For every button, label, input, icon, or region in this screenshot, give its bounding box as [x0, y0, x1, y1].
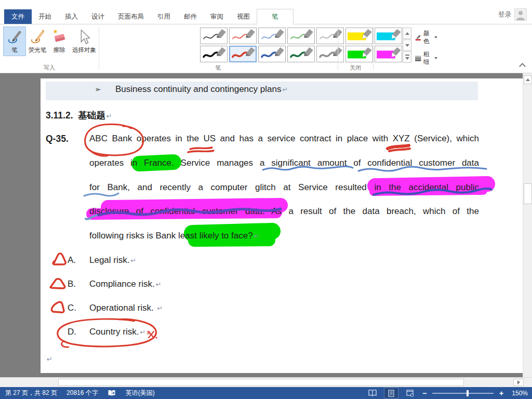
proofing-errors-icon[interactable] [108, 390, 116, 397]
scroll-up-button[interactable] [524, 75, 532, 84]
group-close: ✕ 停止 墨迹书写 关闭 [338, 24, 373, 73]
ink-color-icon [415, 33, 421, 42]
question-line-4: disclosure of confidential customer data… [89, 206, 479, 217]
option-b: B.Compliance risk.↵ [68, 279, 162, 289]
highlighter-icon [30, 29, 45, 45]
print-layout-button[interactable] [384, 388, 398, 398]
tab-mailings[interactable]: 邮件 [177, 9, 204, 24]
tab-references[interactable]: 引用 [151, 9, 177, 24]
tab-home[interactable]: 开始 [32, 9, 58, 24]
ink-color-label: 颜色 [423, 30, 432, 45]
sign-in[interactable]: 登录 [498, 8, 527, 21]
tab-view[interactable]: 视图 [230, 9, 257, 24]
ink-color-button[interactable]: 颜色 [415, 30, 437, 45]
page-indicator[interactable]: 第 27 页，共 82 页 [5, 389, 57, 397]
tab-design[interactable]: 设计 [85, 9, 111, 24]
tab-insert[interactable]: 插入 [58, 9, 85, 24]
ink-thickness-dropdown-icon [434, 57, 437, 59]
collapse-ribbon-icon[interactable] [519, 63, 526, 70]
word-count[interactable]: 20816 个字 [66, 389, 98, 397]
question-line-1: ABC Bank operates in the US and has a se… [89, 134, 479, 144]
sign-in-label: 登录 [498, 10, 511, 19]
pen-style-swatch[interactable] [229, 46, 257, 62]
group-label-write: 写入 [0, 64, 99, 72]
gallery-more-button[interactable] [403, 51, 411, 63]
ink-color-dropdown-icon [434, 36, 437, 38]
pen-style-swatch[interactable] [200, 46, 228, 62]
horizontal-scrollbar[interactable] [0, 377, 532, 387]
word-window: 文件 开始 插入 设计 页面布局 引用 邮件 审阅 视图 笔 登录 [0, 0, 532, 399]
group-label-pens: 笔 [99, 64, 337, 72]
vertical-scroll-thumb[interactable] [524, 183, 532, 204]
highlighter-tool-label: 荧光笔 [29, 46, 47, 54]
question-line-2: operates in France. Service manages a si… [89, 158, 479, 168]
zoom-out-button[interactable]: − [422, 389, 427, 397]
vertical-scrollbar[interactable] [523, 73, 532, 377]
web-layout-button[interactable] [403, 388, 417, 398]
question-line-5: following risks is Bank least likely to … [89, 231, 260, 241]
pen-tool-label: 笔 [11, 46, 18, 54]
zoom-slider[interactable] [432, 393, 494, 394]
eraser-tool-button[interactable]: 擦除 [49, 26, 70, 56]
select-objects-label: 选择对象 [72, 46, 96, 54]
pen-style-swatch[interactable] [287, 46, 315, 62]
tab-page-layout[interactable]: 页面布局 [111, 9, 151, 24]
group-write: 笔 荧光笔 擦除 [0, 24, 99, 73]
tab-pen-active[interactable]: 笔 [257, 9, 294, 24]
highlighter-style-swatch[interactable] [375, 46, 402, 62]
highlighter-style-swatch[interactable] [375, 28, 402, 44]
pen-style-swatch[interactable] [229, 28, 257, 44]
pen-icon [7, 29, 22, 45]
section-heading: 3.11.2. 基础题↵ [46, 109, 112, 122]
bullet-arrow-icon: ➢ [95, 85, 101, 94]
empty-paragraph-mark: ↵ [46, 354, 52, 364]
ink-thickness-button[interactable]: 粗细 [415, 50, 437, 66]
zoom-in-button[interactable]: + [499, 389, 504, 397]
group-separator [373, 26, 374, 70]
language-indicator[interactable]: 英语(美国) [126, 389, 155, 397]
band-text: Business continuity and contingency plan… [115, 84, 288, 95]
eraser-icon [51, 29, 67, 45]
option-c: C.Operational risk. ↵ [68, 303, 163, 313]
pen-style-swatch[interactable] [287, 28, 315, 44]
ribbon: 笔 荧光笔 擦除 [0, 24, 532, 73]
option-d: D.Country risk.↵x. [68, 327, 152, 337]
highlighter-tool-button[interactable]: 荧光笔 [26, 26, 49, 56]
scroll-right-button[interactable] [513, 379, 524, 386]
ribbon-tab-bar: 文件 开始 插入 设计 页面布局 引用 邮件 审阅 视图 笔 登录 [0, 0, 532, 24]
horizontal-scroll-thumb[interactable] [58, 379, 464, 386]
zoom-slider-thumb[interactable] [467, 390, 469, 396]
ink-thickness-label: 粗细 [423, 50, 432, 66]
tab-file[interactable]: 文件 [4, 9, 32, 24]
option-a: A.Legal risk.↵ [68, 255, 136, 265]
read-mode-button[interactable] [366, 388, 379, 398]
pen-style-swatch[interactable] [258, 28, 286, 44]
status-bar: 第 27 页，共 82 页 20816 个字 英语(美国) − + [0, 387, 532, 399]
pen-tool-button[interactable]: 笔 [3, 26, 26, 56]
ink-stray-x: x. [147, 329, 151, 336]
avatar-icon [514, 8, 527, 21]
question-line-3: for Bank, and recently a computer glitch… [89, 182, 479, 193]
tab-review[interactable]: 审阅 [204, 9, 230, 24]
select-objects-button[interactable]: 选择对象 [70, 26, 99, 56]
zoom-percentage[interactable]: 150% [509, 390, 528, 397]
pen-style-swatch[interactable] [200, 28, 228, 44]
ink-thickness-icon [415, 55, 421, 62]
group-label-close: 关闭 [338, 64, 373, 72]
gallery-scroll-down-button[interactable] [403, 39, 411, 51]
question-label: Q-35. [46, 134, 69, 144]
pen-style-swatch[interactable] [258, 46, 286, 62]
group-pens: 颜色 粗细 笔 [99, 24, 337, 73]
cursor-icon [76, 29, 92, 45]
eraser-tool-label: 擦除 [54, 46, 65, 54]
gallery-scroll-up-button[interactable] [403, 28, 411, 39]
